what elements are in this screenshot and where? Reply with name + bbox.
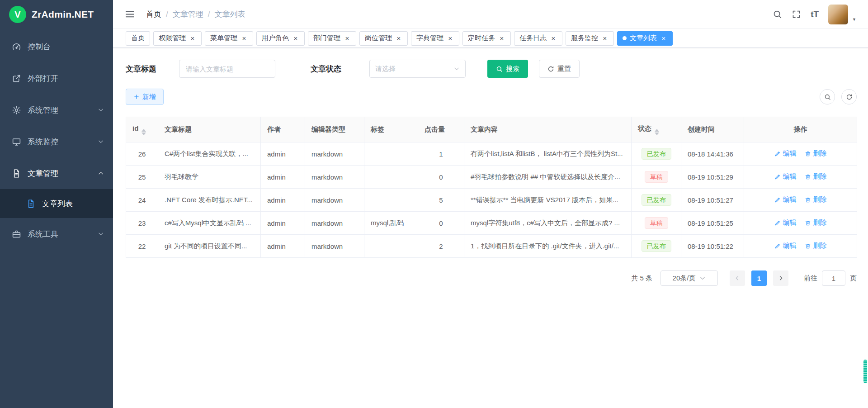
cell-editor: markdown bbox=[305, 235, 364, 258]
tab-label: 字典管理 bbox=[416, 34, 443, 43]
tab[interactable]: 文章列表× bbox=[617, 31, 673, 46]
next-page-button[interactable] bbox=[773, 270, 788, 286]
sidebar-collapse-icon[interactable] bbox=[125, 9, 135, 19]
monitor-icon bbox=[12, 137, 21, 147]
tab-close-icon[interactable]: × bbox=[241, 35, 248, 42]
tab[interactable]: 部门管理× bbox=[308, 31, 356, 46]
cell-content: **错误提示** 当电脑更新 VS2017 版本后，如果... bbox=[464, 189, 632, 212]
cell-clicks: 0 bbox=[418, 212, 464, 235]
delete-link[interactable]: 删除 bbox=[805, 149, 827, 158]
toolbar-right bbox=[820, 89, 857, 104]
breadcrumb-item[interactable]: 首页 bbox=[146, 9, 161, 19]
cell-clicks: 0 bbox=[418, 166, 464, 189]
add-button[interactable]: 新增 bbox=[126, 89, 164, 105]
tab-close-icon[interactable]: × bbox=[550, 35, 557, 42]
prev-page-button[interactable] bbox=[730, 270, 745, 286]
chevron-down-icon bbox=[699, 275, 706, 281]
sidebar-item-external-open[interactable]: 外部打开 bbox=[0, 62, 113, 94]
tab[interactable]: 首页 bbox=[126, 31, 150, 46]
delete-link[interactable]: 删除 bbox=[805, 172, 827, 181]
search-button[interactable]: 搜索 bbox=[487, 60, 528, 78]
cell-id: 26 bbox=[126, 142, 158, 166]
avatar-caret-icon[interactable]: ▼ bbox=[852, 17, 856, 24]
edit-link-label: 编辑 bbox=[783, 195, 797, 204]
tab-close-icon[interactable]: × bbox=[498, 35, 505, 42]
sidebar-item-system-monitor[interactable]: 系统监控 bbox=[0, 126, 113, 157]
status-badge: 已发布 bbox=[642, 240, 671, 252]
chevron-down-icon bbox=[453, 66, 460, 72]
tab-close-icon[interactable]: × bbox=[395, 35, 402, 42]
sort-caret-icon[interactable] bbox=[142, 129, 146, 135]
breadcrumb-separator: / bbox=[208, 10, 210, 19]
edit-link[interactable]: 编辑 bbox=[774, 218, 797, 227]
article-title-input[interactable] bbox=[179, 60, 275, 78]
tabs-bar: 首页权限管理×菜单管理×用户角色×部门管理×岗位管理×字典管理×定时任务×任务日… bbox=[113, 29, 868, 48]
goto-page-input[interactable] bbox=[822, 270, 845, 286]
delete-link[interactable]: 删除 bbox=[805, 218, 827, 227]
sidebar-item-system-tools[interactable]: 系统工具 bbox=[0, 218, 113, 250]
sort-caret-icon[interactable] bbox=[655, 129, 659, 135]
logo-icon: V bbox=[9, 6, 26, 23]
page-size-select[interactable]: 20条/页 bbox=[660, 270, 718, 286]
fullscreen-icon[interactable] bbox=[792, 9, 801, 19]
sidebar-item-article-admin[interactable]: 文章管理 bbox=[0, 157, 113, 189]
column-header-label: 作者 bbox=[267, 125, 281, 133]
refresh-table-button[interactable] bbox=[841, 89, 857, 104]
tab-close-icon[interactable]: × bbox=[344, 35, 351, 42]
avatar[interactable] bbox=[828, 5, 848, 24]
header-search-icon[interactable] bbox=[773, 9, 782, 19]
edit-link[interactable]: 编辑 bbox=[774, 242, 797, 250]
delete-link[interactable]: 删除 bbox=[805, 195, 827, 204]
cell-status: 已发布 bbox=[632, 189, 681, 212]
topbar-actions: tT ▼ bbox=[773, 5, 856, 24]
tab[interactable]: 用户角色× bbox=[256, 31, 305, 46]
edit-link[interactable]: 编辑 bbox=[774, 195, 797, 204]
tab-close-icon[interactable]: × bbox=[660, 35, 667, 42]
article-status-select[interactable]: 请选择 bbox=[369, 60, 466, 78]
column-header-1[interactable]: id bbox=[126, 117, 158, 142]
tab[interactable]: 菜单管理× bbox=[205, 31, 253, 46]
tab-close-icon[interactable]: × bbox=[189, 35, 196, 42]
font-size-icon[interactable]: tT bbox=[811, 10, 819, 19]
refresh-icon bbox=[547, 66, 554, 72]
tab-close-icon[interactable]: × bbox=[447, 35, 454, 42]
table-toolbar: 新增 bbox=[126, 89, 857, 105]
column-header-8[interactable]: 状态 bbox=[632, 117, 681, 142]
reset-button[interactable]: 重置 bbox=[539, 60, 580, 78]
sort-asc-icon bbox=[142, 129, 146, 132]
status-badge: 草稿 bbox=[645, 217, 668, 229]
delete-icon bbox=[805, 151, 811, 157]
refresh-icon bbox=[846, 94, 853, 100]
tab[interactable]: 定时任务× bbox=[462, 31, 511, 46]
tab[interactable]: 字典管理× bbox=[411, 31, 459, 46]
column-header-label: 标签 bbox=[371, 125, 384, 133]
tab-close-icon[interactable]: × bbox=[292, 35, 299, 42]
tab[interactable]: 权限管理× bbox=[153, 31, 202, 46]
delete-link[interactable]: 删除 bbox=[805, 242, 827, 250]
breadcrumb-item: 文章管理 bbox=[173, 9, 203, 19]
sidebar-item-dashboard[interactable]: 控制台 bbox=[0, 31, 113, 62]
tab[interactable]: 岗位管理× bbox=[359, 31, 408, 46]
sidebar-item-article-list[interactable]: 文章列表 bbox=[0, 189, 113, 218]
tab-label: 岗位管理 bbox=[365, 34, 392, 43]
external-link-icon bbox=[12, 74, 21, 83]
edit-link-label: 编辑 bbox=[783, 242, 797, 250]
page-number-button[interactable]: 1 bbox=[751, 270, 767, 286]
edit-link[interactable]: 编辑 bbox=[774, 149, 797, 158]
tab-label: 菜单管理 bbox=[210, 34, 237, 43]
logo: V ZrAdmin.NET bbox=[0, 0, 113, 29]
edit-link[interactable]: 编辑 bbox=[774, 172, 797, 181]
edit-icon bbox=[774, 151, 781, 157]
gear-icon bbox=[12, 105, 21, 115]
scrollbar-thumb[interactable] bbox=[863, 360, 867, 383]
tab[interactable]: 任务日志× bbox=[514, 31, 562, 46]
toggle-search-button[interactable] bbox=[820, 89, 835, 104]
sidebar-item-system-admin[interactable]: 系统管理 bbox=[0, 94, 113, 126]
chevron-down-icon bbox=[98, 107, 104, 113]
cell-id: 25 bbox=[126, 166, 158, 189]
tab-close-icon[interactable]: × bbox=[601, 35, 609, 42]
column-header-label: 点击量 bbox=[425, 125, 445, 133]
tab[interactable]: 服务监控× bbox=[566, 31, 614, 46]
column-header-5: 标签 bbox=[364, 117, 418, 142]
sidebar-item-label: 控制台 bbox=[28, 42, 104, 52]
